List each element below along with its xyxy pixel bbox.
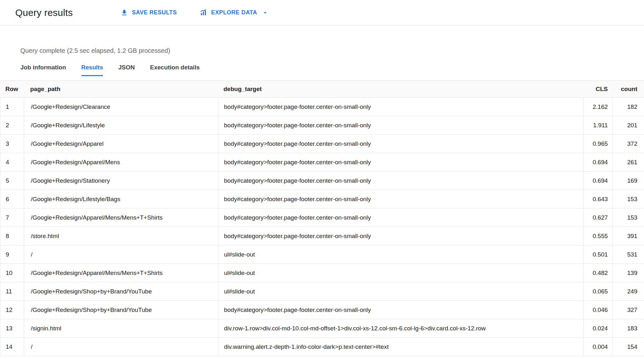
cell-count: 153: [612, 208, 644, 227]
page-title: Query results: [15, 7, 73, 18]
cell-cls: 0.046: [583, 301, 612, 319]
cell-page-path: /Google+Redesign/Apparel/Mens: [24, 153, 218, 172]
cell-cls: 0.004: [583, 338, 612, 356]
cell-page-path: /Google+Redesign/Apparel: [24, 135, 218, 153]
cell-row-number: 13: [0, 319, 24, 338]
cell-debug-target: body#category>footer.page-footer.center-…: [218, 208, 583, 227]
cell-count: 182: [612, 98, 644, 116]
cell-cls: 0.694: [583, 172, 612, 190]
cell-cls: 0.643: [583, 190, 612, 208]
column-header-debug-target: debug_target: [218, 86, 583, 93]
chart-icon: [200, 9, 207, 17]
download-icon: [120, 9, 128, 17]
cell-count: 139: [612, 264, 644, 282]
cell-debug-target: body#category>footer.page-footer.center-…: [218, 227, 583, 245]
table-row: 14/div.warning.alert.z-depth-1.info-colo…: [0, 338, 644, 356]
cell-count: 327: [612, 301, 644, 319]
table-row: 5/Google+Redesign/Stationerybody#categor…: [0, 172, 644, 190]
cell-debug-target: ul#slide-out: [218, 264, 583, 282]
cell-page-path: /store.html: [24, 227, 218, 245]
cell-page-path: /Google+Redesign/Shop+by+Brand/YouTube: [24, 301, 218, 319]
cell-row-number: 4: [0, 153, 24, 172]
cell-page-path: /: [24, 338, 218, 356]
save-results-label: SAVE RESULTS: [132, 9, 177, 16]
cell-cls: 0.627: [583, 208, 612, 227]
table-row: 4/Google+Redesign/Apparel/Mensbody#categ…: [0, 153, 644, 172]
table-row: 1/Google+Redesign/Clearancebody#category…: [0, 98, 644, 116]
cell-page-path: /Google+Redesign/Stationery: [24, 172, 218, 190]
cell-debug-target: div.row-1.row>div.col-md-10.col-md-offse…: [218, 319, 583, 338]
cell-page-path: /Google+Redesign/Apparel/Mens/Mens+T+Shi…: [24, 264, 218, 282]
cell-row-number: 1: [0, 98, 24, 116]
cell-row-number: 7: [0, 208, 24, 227]
cell-debug-target: body#category>footer.page-footer.center-…: [218, 98, 583, 116]
cell-cls: 0.501: [583, 245, 612, 264]
cell-count: 153: [612, 190, 644, 208]
cell-row-number: 2: [0, 116, 24, 135]
cell-page-path: /Google+Redesign/Clearance: [24, 98, 218, 116]
column-header-count: count: [612, 86, 644, 93]
cell-row-number: 12: [0, 301, 24, 319]
column-header-page-path: page_path: [24, 86, 218, 93]
cell-row-number: 5: [0, 172, 24, 190]
table-row: 2/Google+Redesign/Lifestylebody#category…: [0, 116, 644, 135]
cell-debug-target: body#category>footer.page-footer.center-…: [218, 153, 583, 172]
cell-debug-target: ul#slide-out: [218, 282, 583, 301]
results-table: Rowpage_pathdebug_targetCLScount 1/Googl…: [0, 81, 644, 356]
cell-row-number: 11: [0, 282, 24, 301]
cell-count: 531: [612, 245, 644, 264]
cell-cls: 0.965: [583, 135, 612, 153]
cell-cls: 0.555: [583, 227, 612, 245]
table-header: Rowpage_pathdebug_targetCLScount: [0, 81, 644, 98]
cell-count: 183: [612, 319, 644, 338]
tab-json[interactable]: JSON: [118, 64, 135, 76]
cell-cls: 0.694: [583, 153, 612, 172]
column-header-cls: CLS: [583, 86, 612, 93]
cell-debug-target: body#category>footer.page-footer.center-…: [218, 301, 583, 319]
header-bar: Query results SAVE RESULTS EXPLORE DATA: [0, 0, 644, 25]
table-row: 9/ul#slide-out0.501531: [0, 245, 644, 264]
cell-cls: 0.024: [583, 319, 612, 338]
cell-row-number: 8: [0, 227, 24, 245]
cell-row-number: 9: [0, 245, 24, 264]
save-results-button[interactable]: SAVE RESULTS: [120, 9, 177, 17]
tabs: Job informationResultsJSONExecution deta…: [20, 64, 644, 76]
table-row: 12/Google+Redesign/Shop+by+Brand/YouTube…: [0, 301, 644, 319]
column-header-row: Row: [0, 86, 24, 93]
table-row: 3/Google+Redesign/Apparelbody#category>f…: [0, 135, 644, 153]
tab-job-information[interactable]: Job information: [20, 64, 66, 76]
cell-cls: 1.911: [583, 116, 612, 135]
table-body: 1/Google+Redesign/Clearancebody#category…: [0, 98, 644, 356]
cell-page-path: /Google+Redesign/Shop+by+Brand/YouTube: [24, 282, 218, 301]
tab-execution-details[interactable]: Execution details: [150, 64, 200, 76]
cell-row-number: 3: [0, 135, 24, 153]
cell-count: 154: [612, 338, 644, 356]
table-row: 7/Google+Redesign/Apparel/Mens/Mens+T+Sh…: [0, 208, 644, 227]
explore-data-button[interactable]: EXPLORE DATA: [200, 9, 268, 17]
chevron-down-icon: [262, 9, 269, 16]
cell-page-path: /: [24, 245, 218, 264]
cell-debug-target: ul#slide-out: [218, 245, 583, 264]
table-row: 6/Google+Redesign/Lifestyle/Bagsbody#cat…: [0, 190, 644, 208]
explore-data-label: EXPLORE DATA: [211, 9, 257, 16]
cell-debug-target: body#category>footer.page-footer.center-…: [218, 116, 583, 135]
table-row: 13/signin.htmldiv.row-1.row>div.col-md-1…: [0, 319, 644, 338]
cell-page-path: /Google+Redesign/Lifestyle: [24, 116, 218, 135]
cell-count: 201: [612, 116, 644, 135]
table-row: 8/store.htmlbody#category>footer.page-fo…: [0, 227, 644, 245]
tab-results[interactable]: Results: [81, 64, 103, 76]
cell-cls: 2.162: [583, 98, 612, 116]
cell-row-number: 10: [0, 264, 24, 282]
header-actions: SAVE RESULTS EXPLORE DATA: [120, 9, 269, 17]
table-row: 10/Google+Redesign/Apparel/Mens/Mens+T+S…: [0, 264, 644, 282]
cell-row-number: 14: [0, 338, 24, 356]
cell-count: 261: [612, 153, 644, 172]
table-row: 11/Google+Redesign/Shop+by+Brand/YouTube…: [0, 282, 644, 301]
cell-debug-target: div.warning.alert.z-depth-1.info-color-d…: [218, 338, 583, 356]
cell-debug-target: body#category>footer.page-footer.center-…: [218, 190, 583, 208]
cell-page-path: /Google+Redesign/Apparel/Mens/Mens+T+Shi…: [24, 208, 218, 227]
cell-debug-target: body#category>footer.page-footer.center-…: [218, 172, 583, 190]
cell-count: 249: [612, 282, 644, 301]
cell-count: 169: [612, 172, 644, 190]
cell-count: 372: [612, 135, 644, 153]
